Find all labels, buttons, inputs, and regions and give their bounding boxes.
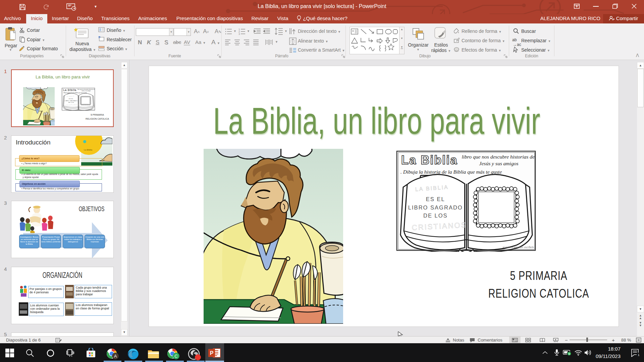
svg-text:1: 1 xyxy=(638,353,639,357)
svg-text:3: 3 xyxy=(238,33,240,35)
svg-text:$: $ xyxy=(569,352,570,355)
svg-text:P: P xyxy=(210,350,214,356)
svg-text:C: C xyxy=(174,354,177,359)
svg-text:A: A xyxy=(114,354,117,359)
